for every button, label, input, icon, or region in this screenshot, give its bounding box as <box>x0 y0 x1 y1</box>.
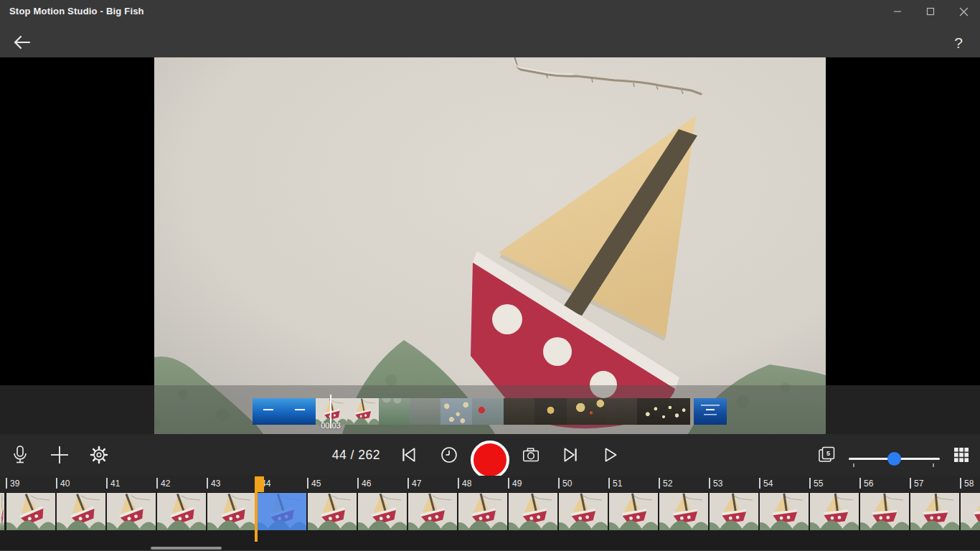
onion-skin-icon: 5 <box>816 444 837 466</box>
ruler-tick <box>458 478 459 489</box>
filmstrip-thumbnail[interactable] <box>534 398 567 425</box>
record-button[interactable] <box>471 441 509 479</box>
filmstrip-thumbnail[interactable] <box>410 398 440 425</box>
filmstrip-thumbnail[interactable] <box>694 398 727 425</box>
minimize-button[interactable] <box>881 0 914 23</box>
timeline-frame-thumbnail[interactable] <box>207 493 256 530</box>
back-button[interactable] <box>9 30 34 56</box>
porthole <box>492 304 522 334</box>
svg-text:5: 5 <box>826 450 830 457</box>
timeline-playhead[interactable] <box>255 476 264 492</box>
microphone-button[interactable] <box>4 439 36 471</box>
header: Stop Motion Studio - Big Fish ? <box>0 0 980 57</box>
ruler-tick <box>558 478 560 489</box>
ruler-tick <box>659 478 660 489</box>
ruler-frame-number: 58 <box>964 479 974 489</box>
ruler-tick <box>6 478 7 489</box>
timeline-frame-thumbnail[interactable] <box>961 493 980 530</box>
capture-button[interactable] <box>515 439 547 471</box>
timeline-frame-thumbnail[interactable] <box>107 493 156 530</box>
ruler-frame-number: 39 <box>10 479 19 489</box>
add-frame-button[interactable] <box>44 439 75 471</box>
plus-icon <box>50 445 70 465</box>
ruler-frame-number: 49 <box>512 479 522 489</box>
play-button[interactable] <box>595 439 626 471</box>
filmstrip-thumbnail[interactable] <box>253 398 284 425</box>
timer-button[interactable] <box>433 439 465 471</box>
slider-thumb[interactable] <box>887 452 901 466</box>
timeline-frame-thumbnail[interactable] <box>358 493 407 530</box>
timeline-frame-thumbnail[interactable] <box>609 493 658 530</box>
timeline-ruler[interactable]: 3940414243444546474849505152535455565758 <box>0 476 980 492</box>
filmstrip-thumbnail[interactable] <box>567 398 606 425</box>
skip-to-end-button[interactable] <box>555 439 586 471</box>
timeline-frame-thumbnail[interactable] <box>458 493 507 530</box>
timeline-frame-thumbnail[interactable] <box>6 493 55 530</box>
slider-tick <box>853 463 854 467</box>
skip-to-start-button[interactable] <box>393 439 425 471</box>
back-arrow-icon <box>10 32 33 53</box>
ruler-frame-number: 41 <box>110 479 120 489</box>
microphone-icon <box>9 444 31 466</box>
window-title: Stop Motion Studio - Big Fish <box>9 6 144 17</box>
ruler-tick <box>106 478 108 489</box>
close-button[interactable] <box>947 0 980 23</box>
timeline-scrollbar[interactable] <box>151 547 222 550</box>
minimize-icon <box>893 7 902 16</box>
grid-icon <box>952 446 971 464</box>
ruler-frame-number: 50 <box>562 479 572 489</box>
timeline-frame-thumbnail[interactable] <box>258 493 306 530</box>
titlebar: Stop Motion Studio - Big Fish <box>0 0 980 23</box>
filmstrip-thumbnail[interactable] <box>504 398 534 425</box>
ruler-tick <box>357 478 359 489</box>
ruler-tick <box>960 478 961 489</box>
filmstrip-thumbnail[interactable] <box>472 398 504 425</box>
ruler-tick <box>307 478 308 489</box>
skip-to-end-icon <box>561 446 580 464</box>
help-button[interactable]: ? <box>947 30 970 56</box>
timeline-frame-thumbnail[interactable] <box>710 493 758 530</box>
frame-counter: 44 / 262 <box>293 434 380 476</box>
ruler-frame-number: 46 <box>362 479 371 489</box>
maximize-icon <box>926 7 935 16</box>
onion-skin-button[interactable]: 5 <box>811 439 842 471</box>
timeline-frame-thumbnail[interactable] <box>910 493 959 530</box>
timeline-frame-thumbnail[interactable] <box>659 493 708 530</box>
ruler-tick <box>809 478 811 489</box>
timeline: 3940414243444546474849505152535455565758 <box>0 476 980 551</box>
control-bar: 44 / 262 <box>0 434 980 476</box>
timeline-frame-thumbnail[interactable] <box>509 493 557 530</box>
timeline-frame-thumbnail[interactable] <box>810 493 859 530</box>
timeline-frame-thumbnail[interactable] <box>308 493 357 530</box>
ruler-frame-number: 48 <box>462 479 471 489</box>
porthole <box>543 337 572 366</box>
close-icon <box>959 7 969 17</box>
grid-button[interactable] <box>946 439 977 471</box>
filmstrip-thumbnail[interactable] <box>637 398 690 425</box>
timeline-frame-thumbnail[interactable] <box>860 493 909 530</box>
filmstrip-overlay-band: 00:03 <box>0 385 980 434</box>
ruler-frame-number: 45 <box>311 479 321 489</box>
timeline-frame-thumbnail[interactable] <box>760 493 809 530</box>
timeline-frame-thumbnail[interactable] <box>408 493 457 530</box>
ruler-tick <box>207 478 208 489</box>
ruler-tick <box>156 478 158 489</box>
ruler-frame-number: 40 <box>60 479 70 489</box>
ruler-tick <box>56 478 57 489</box>
ruler-frame-number: 57 <box>914 479 923 489</box>
maximize-button[interactable] <box>914 0 947 23</box>
timeline-frame-thumbnail[interactable] <box>0 493 4 530</box>
timeline-frame-thumbnail[interactable] <box>57 493 105 530</box>
ruler-tick <box>759 478 760 489</box>
current-frame-image <box>154 57 826 434</box>
timeline-frame-thumbnail[interactable] <box>157 493 206 530</box>
filmstrip-thumbnail[interactable] <box>440 398 472 425</box>
filmstrip-thumbnail[interactable] <box>606 398 637 425</box>
settings-button[interactable] <box>83 439 115 471</box>
onion-skin-slider[interactable] <box>849 434 940 476</box>
timeline-frame-thumbnail[interactable] <box>559 493 608 530</box>
sailboat-scene <box>154 57 826 434</box>
clock-icon <box>440 446 458 464</box>
gear-icon <box>88 444 110 466</box>
filmstrip-thumbnail[interactable] <box>379 398 410 425</box>
